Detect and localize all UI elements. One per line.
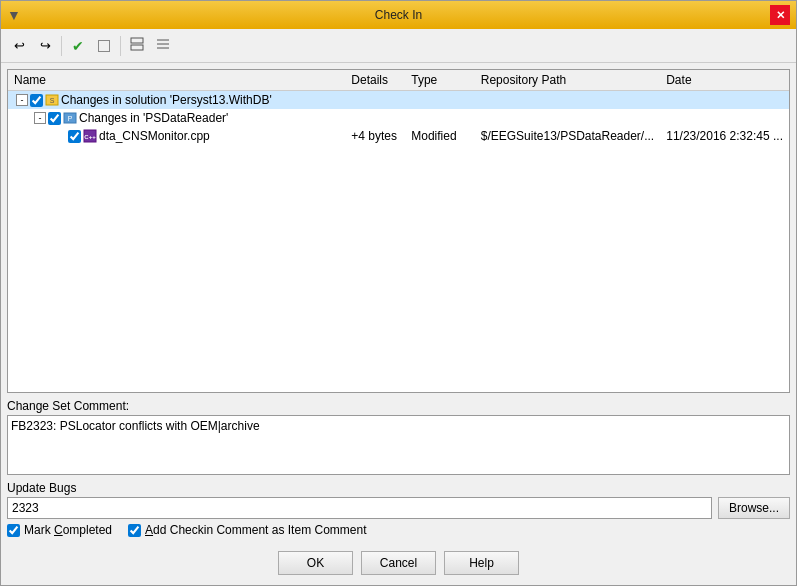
- file-panel: Name Details Type Repository Path Date -…: [7, 69, 790, 393]
- view1-button[interactable]: [125, 34, 149, 58]
- back-icon: ↩: [14, 38, 25, 53]
- col-header-repo: Repository Path: [475, 70, 660, 91]
- file-type-cell: [405, 91, 475, 110]
- cpp-icon: C++: [83, 129, 97, 143]
- file-type-cell: Modified: [405, 127, 475, 145]
- file-name-text: dta_CNSMonitor.cpp: [99, 129, 210, 143]
- expand-button[interactable]: -: [16, 94, 28, 106]
- check-all-button[interactable]: ✔: [66, 34, 90, 58]
- toolbar-separator-2: [120, 36, 121, 56]
- toolbar-separator-1: [61, 36, 62, 56]
- row-checkbox[interactable]: [48, 112, 61, 125]
- file-name-text: Changes in solution 'Persyst13.WithDB': [61, 93, 272, 107]
- ok-button[interactable]: OK: [278, 551, 353, 575]
- file-details-cell: +4 bytes: [345, 127, 405, 145]
- app-icon: ▼: [7, 7, 21, 23]
- svg-text:C++: C++: [84, 134, 96, 140]
- help-button[interactable]: Help: [444, 551, 519, 575]
- mark-c-underline: C: [54, 523, 63, 537]
- forward-button[interactable]: ↪: [33, 34, 57, 58]
- comment-textarea[interactable]: [7, 415, 790, 475]
- svg-rect-1: [131, 45, 143, 50]
- file-repo-cell: $/EEGSuite13/PSDataReader/...: [475, 127, 660, 145]
- file-date-cell: [660, 91, 789, 110]
- file-table: Name Details Type Repository Path Date -…: [8, 70, 789, 145]
- window-title: Check In: [375, 8, 422, 22]
- table-row: C++dta_CNSMonitor.cpp+4 bytesModified$/E…: [8, 127, 789, 145]
- row-checkbox[interactable]: [30, 94, 43, 107]
- add-comment-checkbox[interactable]: [128, 524, 141, 537]
- file-details-cell: [345, 109, 405, 127]
- check-icon: ✔: [72, 38, 84, 54]
- file-repo-cell: [475, 91, 660, 110]
- toolbar: ↩ ↪ ✔: [1, 29, 796, 63]
- mark-completed-label[interactable]: Mark Completed: [7, 523, 112, 537]
- file-name-text: Changes in 'PSDataReader': [79, 111, 228, 125]
- close-button[interactable]: ✕: [770, 5, 790, 25]
- title-bar-left: ▼: [7, 7, 21, 23]
- row-checkbox[interactable]: [68, 130, 81, 143]
- view2-button[interactable]: [151, 34, 175, 58]
- checkboxes-row: Mark Completed Add Checkin Comment as It…: [7, 523, 790, 537]
- expand-button[interactable]: -: [34, 112, 46, 124]
- file-repo-cell: [475, 109, 660, 127]
- forward-icon: ↪: [40, 38, 51, 53]
- uncheck-icon: [98, 40, 110, 52]
- file-name-cell: -SChanges in solution 'Persyst13.WithDB': [8, 91, 345, 110]
- mark-completed-checkbox[interactable]: [7, 524, 20, 537]
- comment-label: Change Set Comment:: [7, 399, 790, 413]
- file-type-cell: [405, 109, 475, 127]
- file-name-cell: C++dta_CNSMonitor.cpp: [8, 127, 345, 145]
- bugs-input[interactable]: [7, 497, 712, 519]
- svg-text:S: S: [50, 97, 55, 104]
- file-date-cell: 11/23/2016 2:32:45 ...: [660, 127, 789, 145]
- check-in-dialog: ▼ Check In ✕ ↩ ↪ ✔: [0, 0, 797, 586]
- view2-icon: [156, 37, 170, 54]
- title-bar: ▼ Check In ✕: [1, 1, 796, 29]
- add-comment-label[interactable]: Add Checkin Comment as Item Comment: [128, 523, 366, 537]
- mark-completed-text: Mark Completed: [24, 523, 112, 537]
- svg-text:P: P: [68, 115, 73, 122]
- col-header-name: Name: [8, 70, 345, 91]
- col-header-type: Type: [405, 70, 475, 91]
- svg-rect-0: [131, 38, 143, 43]
- add-a-underline: A: [145, 523, 153, 537]
- comment-section: Change Set Comment:: [7, 399, 790, 475]
- bugs-row: Browse...: [7, 497, 790, 519]
- bugs-label: Update Bugs: [7, 481, 790, 495]
- back-button[interactable]: ↩: [7, 34, 31, 58]
- col-header-details: Details: [345, 70, 405, 91]
- add-comment-text: Add Checkin Comment as Item Comment: [145, 523, 366, 537]
- browse-button[interactable]: Browse...: [718, 497, 790, 519]
- file-name-cell: -PChanges in 'PSDataReader': [8, 109, 345, 127]
- content-area: Name Details Type Repository Path Date -…: [1, 63, 796, 585]
- file-details-cell: [345, 91, 405, 110]
- view1-icon: [130, 37, 144, 54]
- uncheck-all-button[interactable]: [92, 34, 116, 58]
- file-date-cell: [660, 109, 789, 127]
- solution-icon: S: [45, 93, 59, 107]
- project-icon: P: [63, 111, 77, 125]
- bugs-section: Update Bugs Browse... Mark Completed Add…: [7, 481, 790, 537]
- table-row: -SChanges in solution 'Persyst13.WithDB': [8, 91, 789, 110]
- cancel-button[interactable]: Cancel: [361, 551, 436, 575]
- col-header-date: Date: [660, 70, 789, 91]
- buttons-row: OK Cancel Help: [7, 543, 790, 579]
- comment-area: [7, 415, 790, 475]
- table-row: -PChanges in 'PSDataReader': [8, 109, 789, 127]
